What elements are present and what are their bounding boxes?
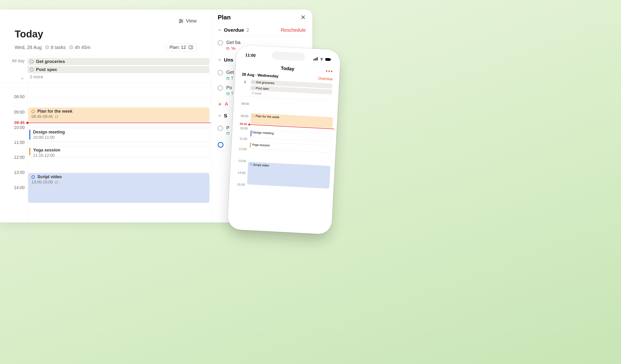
phone-event-plan-week[interactable]: Plan for the week	[250, 113, 333, 128]
section-overdue[interactable]: Overdue 2 Reschedule	[218, 27, 306, 35]
calendar-icon	[226, 92, 230, 95]
task-circle-icon[interactable]	[218, 40, 223, 45]
hour-label: 11:00	[14, 140, 25, 145]
event-title: Plan for the week	[37, 109, 72, 114]
task-circle-icon[interactable]	[218, 70, 223, 75]
duration-label: 4h 45m	[75, 45, 91, 50]
expand-icon[interactable]: ▴▾	[244, 80, 246, 84]
clock-icon	[69, 45, 73, 50]
hour-label: 08:00	[241, 102, 249, 106]
check-circle-icon	[45, 45, 49, 50]
allday-more[interactable]: 2 more	[27, 73, 211, 81]
event-title: Yoga session	[33, 148, 206, 153]
timeline[interactable]: 08:00 09:00 09:45 10:00 11:00 12:00 13:0…	[0, 83, 211, 223]
hour-label: 09:00	[241, 114, 248, 118]
reschedule-button[interactable]: Reschedule	[281, 27, 306, 33]
event-script-video[interactable]: Script video 13:00-15:00	[28, 173, 209, 203]
chevron-down-icon	[218, 28, 222, 32]
section-count: 2	[246, 27, 249, 33]
event-yoga[interactable]: Yoga session 11:15-12:00	[28, 146, 209, 157]
task-circle-icon[interactable]	[252, 87, 254, 89]
event-time: 13:00-15:00	[32, 180, 53, 184]
svg-rect-26	[330, 59, 331, 60]
plus-icon	[218, 102, 222, 106]
plan-pill[interactable]: Plan: 12	[166, 43, 197, 52]
task-circle-icon[interactable]	[218, 126, 223, 131]
phone-overdue-link[interactable]: Overdue	[318, 76, 333, 81]
svg-point-24	[321, 60, 322, 61]
svg-point-5	[179, 22, 180, 23]
chevron-down-icon[interactable]	[20, 77, 24, 81]
task-circle-icon[interactable]	[250, 164, 252, 166]
svg-rect-23	[317, 57, 318, 61]
signal-icon	[313, 57, 318, 61]
now-label: 09:45	[240, 122, 247, 126]
panel-icon	[188, 45, 193, 50]
task-title: Get ba	[226, 40, 241, 45]
hour-label: 13:00	[238, 159, 246, 163]
phone-event-design[interactable]: Design meeting	[249, 129, 332, 142]
timeline-grid[interactable]: Plan for the week 08:45-09:45 Design mee…	[27, 83, 211, 223]
phone-timeline[interactable]: 08:00 09:00 09:45 10:00 11:00 12:00 13:0…	[235, 96, 331, 209]
phone-event-script[interactable]: Script video	[247, 162, 331, 189]
allday-section: All day Get groceries Post spec 2 more	[0, 56, 211, 83]
chip-label: Get groceries	[256, 80, 275, 85]
svg-point-1	[180, 19, 181, 20]
chevron-down-icon	[218, 114, 222, 118]
close-icon[interactable]: ✕	[301, 14, 306, 21]
event-title: Plan for the week	[256, 114, 279, 119]
task-title: P	[226, 125, 230, 131]
hour-label: 12:00	[14, 155, 25, 160]
event-title: Design meeting	[33, 130, 206, 135]
repeat-icon	[55, 181, 58, 184]
phone-clock: 11:00	[245, 53, 256, 58]
chip-label: Post spec	[256, 86, 269, 90]
event-design-meeting[interactable]: Design meeting 10:00-11:00	[28, 128, 209, 141]
task-date: T	[231, 91, 233, 96]
task-circle-icon[interactable]	[218, 142, 224, 148]
svg-rect-14	[227, 93, 229, 95]
event-title: Design meeting	[252, 130, 274, 135]
task-date: T	[231, 76, 233, 81]
wifi-icon	[319, 57, 324, 61]
phone-date: 28 Aug · Wednesday	[242, 72, 278, 78]
svg-rect-25	[326, 58, 330, 61]
section-label: S	[224, 113, 227, 119]
hour-label: 10:00	[14, 125, 25, 130]
repeat-icon	[55, 115, 58, 118]
svg-rect-21	[314, 58, 315, 60]
chevron-down-icon	[218, 58, 222, 62]
svg-rect-22	[316, 58, 317, 61]
event-title: Script video	[37, 174, 62, 179]
phone-title: Today	[249, 64, 326, 73]
section-label: Uns	[224, 57, 233, 63]
tasks-count: 8 tasks	[51, 45, 66, 50]
task-circle-icon[interactable]	[32, 175, 35, 179]
allday-item[interactable]: Get groceries	[27, 58, 209, 65]
allday-item-label: Get groceries	[36, 59, 65, 64]
hour-label: 13:00	[14, 170, 25, 175]
task-circle-icon[interactable]	[253, 115, 255, 117]
hour-label: 15:00	[237, 182, 245, 187]
add-task-label: A	[225, 101, 228, 107]
svg-point-6	[45, 46, 49, 49]
allday-item[interactable]: Post spec	[27, 66, 209, 73]
event-plan-week[interactable]: Plan for the week 08:45-09:45	[28, 107, 209, 122]
calendar-icon	[226, 132, 230, 135]
task-circle-icon[interactable]	[252, 81, 254, 83]
calendar-icon	[226, 47, 230, 50]
event-title: Script video	[253, 163, 269, 167]
event-time: 08:45-09:45	[32, 114, 53, 119]
phone-event-yoga[interactable]: Yoga session	[249, 141, 331, 153]
task-circle-icon[interactable]	[30, 68, 34, 71]
task-circle-icon[interactable]	[32, 110, 35, 113]
event-time: 11:15-12:00	[33, 153, 206, 158]
task-circle-icon[interactable]	[30, 60, 34, 63]
sliders-icon	[178, 18, 184, 23]
time-column: 08:00 09:00 09:45 10:00 11:00 12:00 13:0…	[0, 83, 27, 223]
task-title: Get	[226, 69, 234, 75]
view-button[interactable]: View	[15, 17, 197, 25]
date-label: Wed, 28 Aug	[15, 45, 42, 50]
more-icon[interactable]: ●●●	[326, 69, 333, 73]
task-circle-icon[interactable]	[218, 86, 223, 91]
